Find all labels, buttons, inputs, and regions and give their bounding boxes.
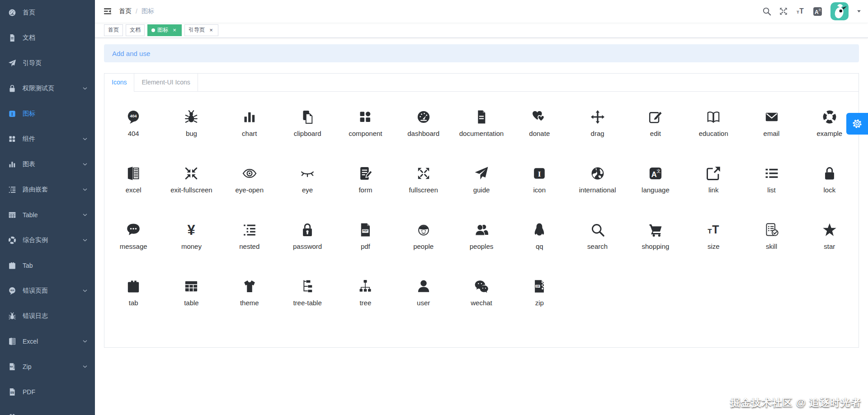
dashboard-icon xyxy=(8,9,16,17)
icon-cell-eye-open[interactable]: eye-open xyxy=(221,154,278,211)
star-icon xyxy=(822,223,837,237)
icon-cell-documentation[interactable]: documentation xyxy=(453,98,510,154)
sidebar-item-table[interactable]: Table xyxy=(0,202,95,228)
icon-cell-star[interactable]: star xyxy=(801,211,859,267)
caret-down-icon[interactable] xyxy=(856,9,862,14)
icon-cell-eye[interactable]: eye xyxy=(278,154,336,211)
sidebar-item-chart[interactable]: 图表 xyxy=(0,152,95,177)
icon-cell-clipboard[interactable]: clipboard xyxy=(278,98,336,154)
tag-文档[interactable]: 文档 xyxy=(126,24,145,36)
tab-element-ui-icons[interactable]: Element-UI Icons xyxy=(134,74,198,91)
icon-cell-people[interactable]: people xyxy=(395,211,453,267)
excel-icon xyxy=(8,337,16,345)
sidebar-item-zip[interactable]: ZIPZip xyxy=(0,354,95,379)
tab-icons[interactable]: Icons xyxy=(104,74,134,91)
language-icon[interactable]: A文 xyxy=(812,6,823,17)
icon-cell-drag[interactable]: drag xyxy=(568,98,626,154)
close-icon[interactable]: × xyxy=(208,27,214,33)
icon-cell-language[interactable]: A文language xyxy=(627,154,684,211)
breadcrumb-item[interactable]: 首页 xyxy=(119,7,132,15)
sidebar-item-label: 路由嵌套 xyxy=(23,186,48,194)
icon-cell-zip[interactable]: ZIPzip xyxy=(510,267,568,324)
icon-cell-exit-fullscreen[interactable]: exit-fullscreen xyxy=(162,154,220,211)
icon-cell-email[interactable]: email xyxy=(742,98,800,154)
icon-cell-edit[interactable]: edit xyxy=(627,98,684,154)
sidebar-item-pdf[interactable]: PDFPDF xyxy=(0,379,95,405)
icon-cell-qq[interactable]: qq xyxy=(510,211,568,267)
theme-icon xyxy=(242,279,257,294)
size-icon[interactable]: TT xyxy=(796,7,805,16)
icon-cell-size[interactable]: TTsize xyxy=(684,211,742,267)
icon-cell-message[interactable]: message xyxy=(104,211,162,267)
peoples-icon xyxy=(474,223,489,237)
icon-cell-lock[interactable]: lock xyxy=(801,154,859,211)
icon-cell-table[interactable]: table xyxy=(162,267,220,324)
icon-cell-search[interactable]: search xyxy=(568,211,626,267)
password-icon xyxy=(300,223,315,237)
icon-cell-404[interactable]: 404404 xyxy=(104,98,162,154)
sidebar-item-nested[interactable]: 路由嵌套 xyxy=(0,177,95,202)
sidebar-item-icon[interactable]: I图标 xyxy=(0,101,95,126)
icon-cell-bug[interactable]: bug xyxy=(162,98,220,154)
component-icon xyxy=(358,110,373,124)
svg-text:ZIP: ZIP xyxy=(536,285,540,288)
settings-button[interactable] xyxy=(846,113,868,135)
icon-cell-nested[interactable]: nested xyxy=(221,211,278,267)
icon-cell-shopping[interactable]: shopping xyxy=(627,211,684,267)
search-icon[interactable] xyxy=(762,7,771,16)
icon-cell-icon[interactable]: Iicon xyxy=(510,154,568,211)
icon-cell-label: tree-table xyxy=(293,299,321,307)
tag-引导页[interactable]: 引导页× xyxy=(184,24,218,36)
close-icon[interactable]: × xyxy=(171,27,178,33)
fullscreen-icon[interactable] xyxy=(779,7,788,16)
icon-cell-chart[interactable]: chart xyxy=(221,98,278,154)
icon-cell-user[interactable]: user xyxy=(395,267,453,324)
svg-text:I: I xyxy=(538,170,541,178)
zip-icon: ZIP xyxy=(8,363,16,371)
sidebar-item-label: 文档 xyxy=(23,34,35,42)
icon-cell-component[interactable]: component xyxy=(336,98,394,154)
sidebar-item-404[interactable]: 404错误页面 xyxy=(0,278,95,303)
sidebar-item-excel[interactable]: Excel xyxy=(0,329,95,354)
avatar[interactable] xyxy=(830,2,849,20)
icon-cell-guide[interactable]: guide xyxy=(453,154,510,211)
icon-cell-skill[interactable]: skill xyxy=(742,211,800,267)
icon-cell-excel[interactable]: excel xyxy=(104,154,162,211)
icon-cell-donate[interactable]: donate xyxy=(510,98,568,154)
tag-首页[interactable]: 首页 xyxy=(104,24,123,36)
icon-cell-label: peoples xyxy=(470,242,494,250)
icon-cell-education[interactable]: education xyxy=(684,98,742,154)
icon-cell-form[interactable]: form xyxy=(336,154,394,211)
sidebar-item-bug[interactable]: 错误日志 xyxy=(0,303,95,329)
sidebar-item-dashboard[interactable]: 首页 xyxy=(0,0,95,25)
icon-cell-wechat[interactable]: wechat xyxy=(453,267,510,324)
icon-cell-fullscreen[interactable]: fullscreen xyxy=(395,154,453,211)
icon-cell-link[interactable]: link xyxy=(684,154,742,211)
icon-cell-tab[interactable]: tab xyxy=(104,267,162,324)
chevron-down-icon xyxy=(82,212,88,218)
icon-cell-pdf[interactable]: PDFpdf xyxy=(336,211,394,267)
sidebar-item-documentation[interactable]: 文档 xyxy=(0,25,95,51)
icon-cell-list[interactable]: list xyxy=(742,154,800,211)
icon-cell-theme[interactable]: theme xyxy=(221,267,278,324)
404-icon: 404 xyxy=(8,287,16,295)
icon-cell-money[interactable]: ¥money xyxy=(162,211,220,267)
sidebar-item-lock[interactable]: 权限测试页 xyxy=(0,76,95,101)
sidebar-item-tab[interactable]: Tab xyxy=(0,253,95,278)
icon-cell-international[interactable]: international xyxy=(568,154,626,211)
icon-cell-tree[interactable]: tree xyxy=(336,267,394,324)
sidebar-item-theme[interactable] xyxy=(0,405,95,415)
icon-cell-dashboard[interactable]: dashboard xyxy=(395,98,453,154)
icon-cell-password[interactable]: password xyxy=(278,211,336,267)
hamburger-icon[interactable] xyxy=(103,7,113,15)
tag-图标[interactable]: 图标× xyxy=(147,24,182,36)
icon-cell-label: edit xyxy=(650,130,661,137)
sidebar-item-component[interactable]: 组件 xyxy=(0,126,95,152)
sidebar-item-guide[interactable]: 引导页 xyxy=(0,51,95,76)
sidebar-item-example[interactable]: 综合实例 xyxy=(0,228,95,253)
svg-text:PDF: PDF xyxy=(363,229,368,232)
list-icon xyxy=(764,166,779,181)
icon-cell-peoples[interactable]: peoples xyxy=(453,211,510,267)
icon-cell-tree-table[interactable]: tree-table xyxy=(278,267,336,324)
international-icon xyxy=(590,166,605,181)
